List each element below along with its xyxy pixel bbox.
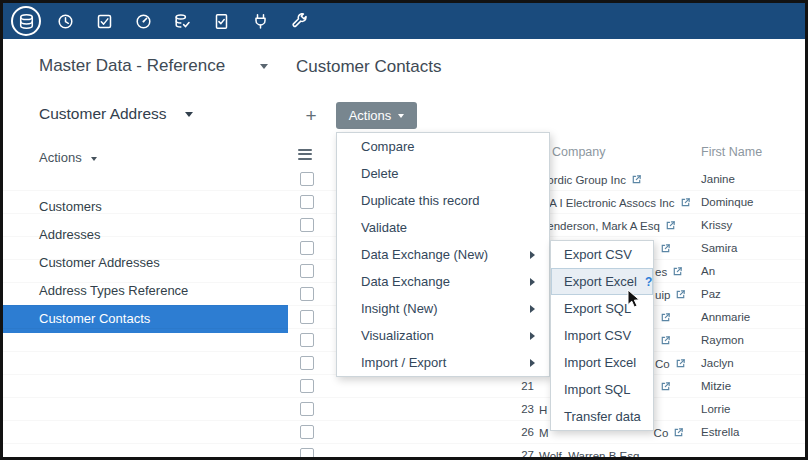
record-id-cell: 26 bbox=[500, 421, 534, 444]
first-name-cell: Samira bbox=[701, 237, 737, 260]
row-checkbox[interactable] bbox=[300, 172, 314, 186]
row-checkbox[interactable] bbox=[300, 379, 314, 393]
row-checkbox[interactable] bbox=[300, 402, 314, 416]
record-id-cell: 27 bbox=[500, 444, 534, 460]
menu-item[interactable]: Data Exchange (New) bbox=[337, 241, 549, 268]
first-name-cell: Janine bbox=[701, 168, 735, 191]
row-checkbox[interactable] bbox=[300, 195, 314, 209]
wrench-icon[interactable] bbox=[284, 6, 314, 36]
record-id-cell: 21 bbox=[500, 375, 534, 398]
chevron-down-icon bbox=[260, 64, 268, 69]
row-checkbox[interactable] bbox=[300, 241, 314, 255]
submenu-item[interactable]: Import Excel bbox=[551, 349, 653, 376]
topbar bbox=[3, 3, 805, 39]
database-icon[interactable] bbox=[11, 6, 41, 36]
external-link-icon[interactable] bbox=[665, 220, 676, 231]
chevron-down-icon bbox=[185, 112, 193, 117]
first-name-cell: Paz bbox=[701, 283, 721, 306]
submenu-arrow-icon bbox=[530, 251, 535, 259]
first-name-cell: Lorrie bbox=[701, 398, 730, 421]
company-cell: Henderson, Mark A Esq bbox=[539, 214, 676, 237]
table-row[interactable]: 23 H Lorrie bbox=[3, 398, 805, 421]
external-link-icon[interactable] bbox=[680, 197, 691, 208]
first-name-cell: Jaclyn bbox=[701, 352, 734, 375]
menu-item[interactable]: Insight (New) bbox=[337, 295, 549, 322]
row-checkbox[interactable] bbox=[300, 425, 314, 439]
submenu-item[interactable]: Export CSV bbox=[551, 241, 653, 268]
company-cell: E A I Electronic Assocs Inc bbox=[539, 191, 691, 214]
company-cell: Nordic Group Inc bbox=[539, 168, 642, 191]
export-submenu: Export CSVExport Excel?Export SQLImport … bbox=[550, 240, 654, 431]
company-cell: Wolf, Warren B Esq bbox=[539, 444, 639, 460]
column-menu-icon[interactable] bbox=[298, 146, 312, 162]
submenu-item[interactable]: Import SQL bbox=[551, 376, 653, 403]
checkbox-icon[interactable] bbox=[89, 6, 119, 36]
gauge-icon[interactable] bbox=[128, 6, 158, 36]
first-name-cell: Krissy bbox=[701, 214, 732, 237]
submenu-item[interactable]: Transfer data bbox=[551, 403, 653, 430]
table-row[interactable]: 26 MCo Estrella bbox=[3, 421, 805, 444]
actions-button[interactable]: Actions bbox=[336, 102, 417, 129]
record-id-cell: 23 bbox=[500, 398, 534, 421]
submenu-arrow-icon bbox=[530, 359, 535, 367]
external-link-icon[interactable] bbox=[675, 358, 686, 369]
repository-selector-label: Master Data - Reference bbox=[39, 56, 225, 75]
app-window: Master Data - Reference Customer Address… bbox=[0, 0, 808, 460]
add-record-button[interactable]: + bbox=[298, 102, 324, 129]
table-row[interactable]: 27 Wolf, Warren B Esq bbox=[3, 444, 805, 460]
plug-icon[interactable] bbox=[245, 6, 275, 36]
menu-item[interactable]: Duplicate this record bbox=[337, 187, 549, 214]
chevron-down-icon bbox=[398, 114, 404, 118]
row-checkbox[interactable] bbox=[300, 264, 314, 278]
menu-item[interactable]: Data Exchange bbox=[337, 268, 549, 295]
submenu-arrow-icon bbox=[530, 305, 535, 313]
menu-item[interactable]: Import / Export bbox=[337, 349, 549, 376]
row-checkbox[interactable] bbox=[300, 333, 314, 347]
external-link-icon[interactable] bbox=[660, 312, 671, 323]
document-check-icon[interactable] bbox=[206, 6, 236, 36]
help-badge: ? bbox=[645, 275, 652, 289]
model-selector-label: Customer Address bbox=[39, 105, 167, 122]
external-link-icon[interactable] bbox=[672, 266, 683, 277]
repository-selector[interactable]: Master Data - Reference bbox=[39, 56, 268, 76]
external-link-icon[interactable] bbox=[660, 243, 671, 254]
first-name-cell: Annmarie bbox=[701, 306, 750, 329]
menu-item[interactable]: Delete bbox=[337, 160, 549, 187]
row-checkbox[interactable] bbox=[300, 356, 314, 370]
first-name-cell: An bbox=[701, 260, 715, 283]
page-title: Customer Contacts bbox=[296, 57, 442, 77]
row-checkbox[interactable] bbox=[300, 310, 314, 324]
external-link-icon[interactable] bbox=[660, 381, 671, 392]
first-name-cell: Dominque bbox=[701, 191, 753, 214]
submenu-item[interactable]: Export SQL bbox=[551, 295, 653, 322]
column-header-first-name[interactable]: First Name bbox=[701, 145, 762, 159]
actions-menu: CompareDeleteDuplicate this recordValida… bbox=[336, 132, 550, 377]
actions-button-label: Actions bbox=[349, 108, 392, 123]
column-header-company[interactable]: Company bbox=[552, 145, 606, 159]
first-name-cell: Estrella bbox=[701, 421, 739, 444]
external-link-icon[interactable] bbox=[675, 289, 686, 300]
row-checkbox[interactable] bbox=[300, 287, 314, 301]
submenu-arrow-icon bbox=[530, 332, 535, 340]
company-cell: H bbox=[539, 398, 547, 421]
model-selector[interactable]: Customer Address bbox=[39, 105, 193, 123]
first-name-cell: Mitzie bbox=[701, 375, 731, 398]
external-link-icon[interactable] bbox=[660, 335, 671, 346]
submenu-item[interactable]: Import CSV bbox=[551, 322, 653, 349]
first-name-cell: Raymon bbox=[701, 329, 744, 352]
menu-item[interactable]: Compare bbox=[337, 133, 549, 160]
menu-item[interactable]: Validate bbox=[337, 214, 549, 241]
database-edit-icon[interactable] bbox=[167, 6, 197, 36]
row-checkbox[interactable] bbox=[300, 218, 314, 232]
submenu-arrow-icon bbox=[530, 278, 535, 286]
clock-icon[interactable] bbox=[50, 6, 80, 36]
row-checkbox[interactable] bbox=[300, 448, 314, 460]
external-link-icon[interactable] bbox=[631, 174, 642, 185]
external-link-icon[interactable] bbox=[673, 427, 684, 438]
table-row[interactable]: 21 Mitzie bbox=[3, 375, 805, 398]
submenu-item[interactable]: Export Excel? bbox=[551, 268, 653, 295]
menu-item[interactable]: Visualization bbox=[337, 322, 549, 349]
